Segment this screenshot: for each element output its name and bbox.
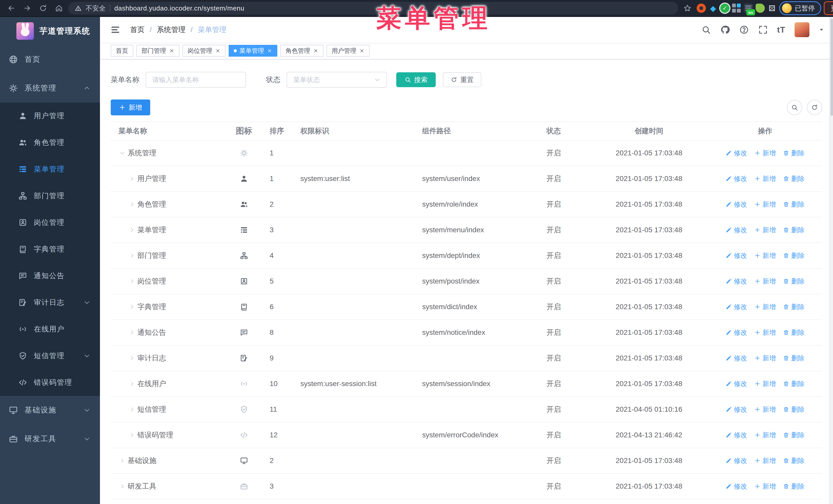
delete-link[interactable]: 删除 bbox=[783, 431, 805, 440]
help-icon[interactable] bbox=[739, 25, 749, 34]
delete-link[interactable]: 删除 bbox=[783, 200, 805, 209]
edit-link[interactable]: 修改 bbox=[725, 482, 747, 491]
tab-首页[interactable]: 首页 bbox=[111, 45, 133, 57]
add-link[interactable]: 新增 bbox=[754, 456, 776, 465]
chevron-right-icon[interactable] bbox=[128, 201, 136, 207]
extension-gem-icon[interactable]: ◆ bbox=[709, 4, 718, 13]
delete-link[interactable]: 删除 bbox=[783, 482, 805, 491]
sidebar-item-首页[interactable]: 首页 bbox=[0, 45, 100, 74]
edit-link[interactable]: 修改 bbox=[725, 328, 747, 337]
add-link[interactable]: 新增 bbox=[754, 354, 776, 363]
delete-link[interactable]: 删除 bbox=[783, 149, 805, 158]
sidebar-item-在线用户[interactable]: 在线用户 bbox=[0, 316, 100, 342]
sidebar-item-研发工具[interactable]: 研发工具 bbox=[0, 425, 100, 453]
close-icon[interactable] bbox=[313, 48, 318, 53]
delete-link[interactable]: 删除 bbox=[783, 354, 805, 363]
edit-link[interactable]: 修改 bbox=[725, 200, 747, 209]
breadcrumb-item[interactable]: 首页 bbox=[130, 25, 145, 34]
toggle-search-button[interactable] bbox=[787, 100, 802, 115]
edit-link[interactable]: 修改 bbox=[725, 225, 747, 235]
extension-ubuntu-icon[interactable] bbox=[697, 4, 706, 13]
chevron-right-icon[interactable] bbox=[128, 381, 136, 387]
sidebar-item-字典管理[interactable]: 字典管理 bbox=[0, 236, 100, 263]
delete-link[interactable]: 删除 bbox=[783, 303, 805, 311]
chevron-right-icon[interactable] bbox=[128, 355, 136, 361]
extension-grid-icon[interactable] bbox=[732, 4, 741, 13]
delete-link[interactable]: 删除 bbox=[783, 405, 805, 414]
extension-proxy-on-icon[interactable]: on bbox=[744, 4, 753, 13]
chevron-right-icon[interactable] bbox=[128, 304, 136, 310]
close-icon[interactable] bbox=[359, 48, 364, 53]
tab-角色管理[interactable]: 角色管理 bbox=[280, 45, 324, 57]
extensions-puzzle-icon[interactable]: ⚄ bbox=[767, 4, 777, 13]
github-icon[interactable] bbox=[720, 25, 730, 34]
browser-update-button[interactable]: 更新 bbox=[824, 1, 833, 15]
edit-link[interactable]: 修改 bbox=[725, 431, 747, 440]
delete-link[interactable]: 删除 bbox=[783, 174, 805, 183]
tab-菜单管理[interactable]: 菜单管理 bbox=[229, 45, 277, 57]
close-icon[interactable] bbox=[169, 48, 174, 53]
sidebar-item-角色管理[interactable]: 角色管理 bbox=[0, 129, 100, 156]
add-link[interactable]: 新增 bbox=[754, 482, 776, 491]
search-icon[interactable] bbox=[701, 25, 711, 34]
sidebar-item-短信管理[interactable]: 短信管理 bbox=[0, 342, 100, 369]
bookmark-star-icon[interactable] bbox=[681, 2, 694, 15]
sidebar-item-部门管理[interactable]: 部门管理 bbox=[0, 183, 100, 209]
tab-用户管理[interactable]: 用户管理 bbox=[327, 45, 370, 57]
chevron-right-icon[interactable] bbox=[128, 279, 136, 284]
chevron-right-icon[interactable] bbox=[118, 483, 126, 489]
chevron-right-icon[interactable] bbox=[128, 176, 136, 182]
browser-forward-button[interactable] bbox=[21, 2, 34, 15]
tab-部门管理[interactable]: 部门管理 bbox=[136, 45, 180, 57]
sidebar-item-基础设施[interactable]: 基础设施 bbox=[0, 396, 100, 425]
chevron-right-icon[interactable] bbox=[128, 407, 136, 412]
sidebar-logo[interactable]: 芋道管理系统 bbox=[0, 17, 100, 45]
edit-link[interactable]: 修改 bbox=[725, 354, 747, 363]
edit-link[interactable]: 修改 bbox=[725, 456, 747, 465]
delete-link[interactable]: 删除 bbox=[783, 251, 805, 260]
add-link[interactable]: 新增 bbox=[754, 405, 776, 414]
edit-link[interactable]: 修改 bbox=[725, 251, 747, 260]
sidebar-item-通知公告[interactable]: 通知公告 bbox=[0, 263, 100, 289]
add-link[interactable]: 新增 bbox=[754, 149, 776, 158]
delete-link[interactable]: 删除 bbox=[783, 379, 805, 388]
add-link[interactable]: 新增 bbox=[754, 251, 776, 260]
breadcrumb-item[interactable]: 菜单管理 bbox=[198, 25, 227, 34]
close-icon[interactable] bbox=[215, 48, 220, 53]
chevron-down-icon[interactable] bbox=[118, 150, 126, 156]
chevron-right-icon[interactable] bbox=[128, 227, 136, 233]
add-link[interactable]: 新增 bbox=[754, 200, 776, 209]
refresh-table-button[interactable] bbox=[807, 100, 822, 115]
edit-link[interactable]: 修改 bbox=[725, 174, 747, 183]
browser-back-button[interactable] bbox=[5, 2, 18, 15]
sidebar-item-菜单管理[interactable]: 菜单管理 bbox=[0, 156, 100, 183]
chevron-right-icon[interactable] bbox=[128, 432, 136, 438]
chevron-right-icon[interactable] bbox=[118, 458, 126, 463]
browser-reload-button[interactable] bbox=[37, 2, 50, 15]
add-link[interactable]: 新增 bbox=[754, 174, 776, 183]
reset-button[interactable]: 重置 bbox=[443, 72, 481, 87]
sidebar-item-错误码管理[interactable]: 错误码管理 bbox=[0, 369, 100, 396]
delete-link[interactable]: 删除 bbox=[783, 328, 805, 337]
chevron-right-icon[interactable] bbox=[128, 253, 136, 258]
user-avatar[interactable] bbox=[794, 22, 809, 37]
add-link[interactable]: 新增 bbox=[754, 277, 776, 286]
browser-home-button[interactable] bbox=[52, 2, 66, 15]
edit-link[interactable]: 修改 bbox=[725, 405, 747, 414]
font-size-icon[interactable]: tT bbox=[777, 25, 785, 34]
edit-link[interactable]: 修改 bbox=[725, 149, 747, 158]
avatar-caret-down-icon[interactable] bbox=[819, 27, 824, 32]
sidebar-item-审计日志[interactable]: 审计日志 bbox=[0, 289, 100, 316]
breadcrumb-item[interactable]: 系统管理 bbox=[157, 25, 186, 34]
edit-link[interactable]: 修改 bbox=[725, 379, 747, 388]
menu-name-input[interactable] bbox=[146, 72, 246, 88]
delete-link[interactable]: 删除 bbox=[783, 456, 805, 465]
hamburger-icon[interactable] bbox=[110, 25, 120, 35]
close-icon[interactable] bbox=[267, 48, 272, 53]
address-bar[interactable]: 不安全 dashboard.yudao.iocoder.cn/system/me… bbox=[68, 2, 678, 15]
edit-link[interactable]: 修改 bbox=[725, 277, 747, 286]
edit-link[interactable]: 修改 bbox=[725, 303, 747, 311]
delete-link[interactable]: 删除 bbox=[783, 277, 805, 286]
sidebar-item-系统管理[interactable]: 系统管理 bbox=[0, 74, 100, 102]
add-link[interactable]: 新增 bbox=[754, 328, 776, 337]
